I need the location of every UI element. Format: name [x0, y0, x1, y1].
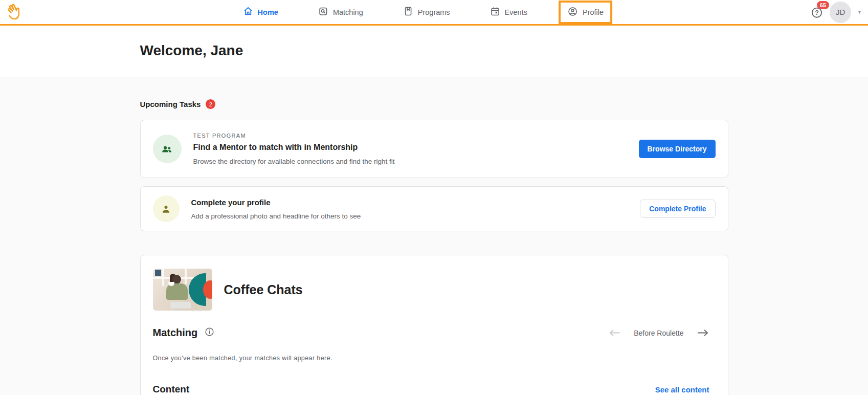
avatar-initials: JD — [836, 8, 845, 16]
task-description: Add a professional photo and headline fo… — [191, 212, 640, 220]
nav-item-home[interactable]: Home — [243, 6, 278, 18]
nav-label: Events — [505, 8, 527, 16]
task-title: Complete your profile — [191, 198, 640, 207]
nav-label: Profile — [583, 8, 604, 16]
info-icon[interactable] — [204, 326, 215, 339]
nav-item-matching[interactable]: Matching — [318, 6, 363, 18]
task-title: Find a Mentor to match with in Mentorshi… — [193, 143, 639, 152]
nav-item-programs[interactable]: Programs — [403, 6, 450, 18]
program-card-coffee-chats: Coffee Chats Matching — [140, 255, 728, 395]
nav-item-profile[interactable]: Profile — [567, 6, 604, 18]
main-content: Upcoming Tasks 2 TEST PROGRAM Find a Men… — [0, 77, 868, 395]
nav-item-events[interactable]: Events — [490, 6, 527, 18]
browse-directory-button[interactable]: Browse Directory — [639, 140, 716, 158]
user-avatar[interactable]: JD — [830, 2, 851, 23]
task-body: TEST PROGRAM Find a Mentor to match with… — [193, 133, 639, 165]
top-navigation: Home Matching Programs — [0, 0, 868, 26]
account-circle-icon — [567, 6, 578, 18]
waving-hand-logo[interactable] — [5, 3, 24, 22]
main-nav: Home Matching Programs — [243, 0, 604, 24]
svg-text:?: ? — [815, 9, 819, 16]
chevron-down-icon[interactable]: ▼ — [857, 10, 862, 15]
nav-right-actions: ? 65 JD ▼ — [810, 0, 862, 24]
matching-heading: Matching — [153, 327, 198, 339]
task-description: Browse the directory for available conne… — [193, 158, 639, 165]
nav-label: Programs — [418, 8, 450, 16]
page-title: Welcome, Jane — [140, 26, 728, 77]
upcoming-tasks-header: Upcoming Tasks 2 — [140, 99, 728, 109]
calendar-icon — [490, 6, 500, 18]
task-program-overline: TEST PROGRAM — [193, 133, 639, 139]
help-button[interactable]: ? 65 — [810, 6, 824, 19]
people-icon — [153, 135, 182, 163]
complete-profile-button[interactable]: Complete Profile — [640, 200, 715, 218]
see-all-content-link[interactable]: See all content — [655, 385, 709, 394]
book-icon — [403, 6, 413, 18]
person-icon — [153, 195, 180, 222]
program-title: Coffee Chats — [224, 282, 303, 297]
program-thumbnail-image — [153, 269, 212, 311]
task-card-find-mentor: TEST PROGRAM Find a Mentor to match with… — [140, 120, 728, 178]
matching-empty-state-text: Once you've been matched, your matches w… — [153, 355, 716, 362]
roulette-pager: Before Roulette — [608, 328, 709, 337]
content-header-row: Content See all content — [153, 384, 716, 395]
task-card-complete-profile: Complete your profile Add a professional… — [140, 186, 728, 231]
home-icon — [243, 6, 253, 18]
nav-label: Home — [258, 8, 278, 16]
nav-label: Matching — [333, 8, 363, 16]
task-body: Complete your profile Add a professional… — [191, 198, 640, 220]
pager-prev-arrow-icon[interactable] — [608, 328, 621, 337]
task-count-badge: 2 — [206, 99, 215, 109]
pager-label: Before Roulette — [634, 329, 683, 337]
notification-badge: 65 — [817, 1, 829, 10]
pager-next-arrow-icon[interactable] — [697, 328, 709, 337]
welcome-section: Welcome, Jane — [0, 26, 868, 77]
content-heading: Content — [153, 384, 190, 395]
search-box-icon — [318, 6, 328, 18]
section-title: Upcoming Tasks — [140, 100, 201, 108]
program-header: Coffee Chats — [153, 269, 716, 311]
annotation-highlight-box: Profile — [559, 1, 612, 24]
matching-header-row: Matching Before — [153, 326, 716, 339]
